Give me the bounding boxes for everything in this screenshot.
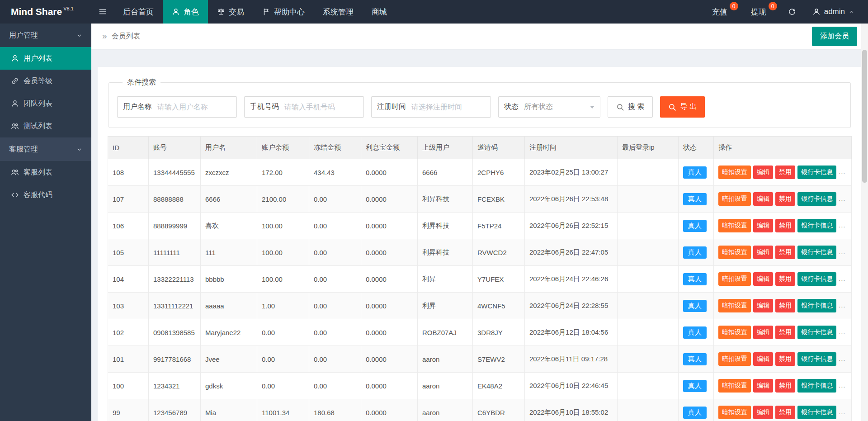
sidebar-item-service-list[interactable]: 客服列表 [0,161,91,184]
bank-card-info-button[interactable]: 银行卡信息 [797,246,836,259]
deduct-settings-button[interactable]: 暗扣设置 [718,219,751,232]
sidebar-item-test-list[interactable]: 测试列表 [0,115,91,137]
bank-card-info-button[interactable]: 银行卡信息 [797,272,836,286]
topnav-item-help-center[interactable]: 帮助中心 [253,0,314,24]
admin-menu[interactable]: admin [803,0,863,24]
cell-parent: ROBZ07AJ [418,319,473,346]
disable-button[interactable]: 禁用 [775,192,795,206]
disable-button[interactable]: 禁用 [775,406,795,419]
bank-card-info-button[interactable]: 银行卡信息 [797,352,836,366]
status-badge[interactable]: 真人 [683,353,707,365]
more-actions[interactable]: ... [839,301,846,309]
more-actions[interactable]: ... [839,381,846,389]
status-badge[interactable]: 真人 [683,246,707,259]
cell-id: 99 [108,399,149,421]
bank-card-info-button[interactable]: 银行卡信息 [797,379,836,393]
deduct-settings-button[interactable]: 暗扣设置 [718,406,751,419]
edit-button[interactable]: 编辑 [753,219,773,232]
username-input[interactable] [157,97,236,117]
topnav-item-home[interactable]: 后台首页 [114,0,163,24]
disable-button[interactable]: 禁用 [775,379,795,393]
topnav-item-trade[interactable]: 交易 [208,0,253,24]
disable-button[interactable]: 禁用 [775,219,795,232]
bank-card-info-button[interactable]: 银行卡信息 [797,219,836,232]
status-badge[interactable]: 真人 [683,193,707,205]
edit-button[interactable]: 编辑 [753,166,773,179]
deduct-settings-button[interactable]: 暗扣设置 [718,326,751,339]
add-member-button[interactable]: 添加会员 [812,27,857,46]
sidebar-group-header-service-management[interactable]: 客服管理 [0,137,91,161]
refresh-button[interactable] [781,0,803,24]
disable-button[interactable]: 禁用 [775,272,795,286]
cell-interest: 0.0000 [361,159,418,186]
sidebar-item-team-list[interactable]: 团队列表 [0,92,91,115]
more-actions[interactable]: ... [839,168,846,175]
sidebar-item-member-level[interactable]: 会员等级 [0,70,91,92]
edit-button[interactable]: 编辑 [753,272,773,286]
scrollbar[interactable] [861,24,868,421]
reg-time-field: 注册时间 [371,96,491,118]
deduct-settings-button[interactable]: 暗扣设置 [718,272,751,286]
edit-button[interactable]: 编辑 [753,379,773,393]
deduct-settings-button[interactable]: 暗扣设置 [718,192,751,206]
deduct-settings-button[interactable]: 暗扣设置 [718,379,751,393]
deduct-settings-button[interactable]: 暗扣设置 [718,299,751,312]
status-badge[interactable]: 真人 [683,166,707,179]
deduct-settings-button[interactable]: 暗扣设置 [718,246,751,259]
sidebar-item-user-list[interactable]: 用户列表 [0,47,91,70]
export-button[interactable]: 导 出 [660,96,704,118]
edit-button[interactable]: 编辑 [753,299,773,312]
disable-button[interactable]: 禁用 [775,246,795,259]
withdraw-button[interactable]: 提现 0 [742,0,781,24]
deduct-settings-button[interactable]: 暗扣设置 [718,352,751,366]
more-actions[interactable]: ... [839,355,846,362]
bank-card-info-button[interactable]: 银行卡信息 [797,299,836,312]
edit-button[interactable]: 编辑 [753,192,773,206]
sidebar-group-header-user-management[interactable]: 用户管理 [0,24,91,47]
topnav-item-mall[interactable]: 商城 [363,0,396,24]
status-badge[interactable]: 真人 [683,300,707,312]
bank-card-info-button[interactable]: 银行卡信息 [797,166,836,179]
edit-button[interactable]: 编辑 [753,406,773,419]
bank-card-info-button[interactable]: 银行卡信息 [797,326,836,339]
status-badge[interactable]: 真人 [683,326,707,339]
bank-card-info-button[interactable]: 银行卡信息 [797,192,836,206]
menu-toggle-button[interactable] [91,0,114,24]
status-badge[interactable]: 真人 [683,220,707,232]
edit-button[interactable]: 编辑 [753,246,773,259]
cell-invite: 3DR8JY [473,319,525,346]
more-actions[interactable]: ... [839,194,846,202]
sidebar-item-service-code[interactable]: 客服代码 [0,184,91,206]
scrollbar-thumb[interactable] [862,50,867,183]
deduct-settings-button[interactable]: 暗扣设置 [718,166,751,179]
disable-button[interactable]: 禁用 [775,326,795,339]
phone-input[interactable] [284,97,363,117]
more-actions[interactable]: ... [839,408,846,416]
edit-button[interactable]: 编辑 [753,326,773,339]
reg-time-input[interactable] [411,97,491,117]
phone-label: 手机号码 [245,102,284,112]
status-select[interactable]: 所有状态 [524,97,600,117]
topnav-item-system[interactable]: 系统管理 [314,0,363,24]
disable-button[interactable]: 禁用 [775,299,795,312]
disable-button[interactable]: 禁用 [775,352,795,366]
more-actions[interactable]: ... [839,328,846,336]
disable-button[interactable]: 禁用 [775,166,795,179]
topnav-item-roles[interactable]: 角色 [163,0,208,24]
members-table: ID账号用户名账户余额冻结金额利息宝金额上级用户邀请码注册时间最后登录ip状态操… [108,136,852,421]
edit-button[interactable]: 编辑 [753,352,773,366]
cell-status: 真人 [679,373,714,399]
status-badge[interactable]: 真人 [683,380,707,392]
status-badge[interactable]: 真人 [683,273,707,285]
search-button[interactable]: 搜 索 [608,96,653,118]
more-actions[interactable]: ... [839,274,846,282]
topbar: Mind Share V8.1 后台首页角色交易帮助中心系统管理商城 充值 0 … [0,0,868,24]
cell-account: 888899999 [149,213,201,239]
bank-card-info-button[interactable]: 银行卡信息 [797,406,836,419]
group-label: 用户管理 [9,31,38,40]
recharge-button[interactable]: 充值 0 [703,0,742,24]
cell-frozen: 0.00 [309,319,361,346]
more-actions[interactable]: ... [839,248,846,255]
status-badge[interactable]: 真人 [683,407,707,419]
more-actions[interactable]: ... [839,221,846,229]
